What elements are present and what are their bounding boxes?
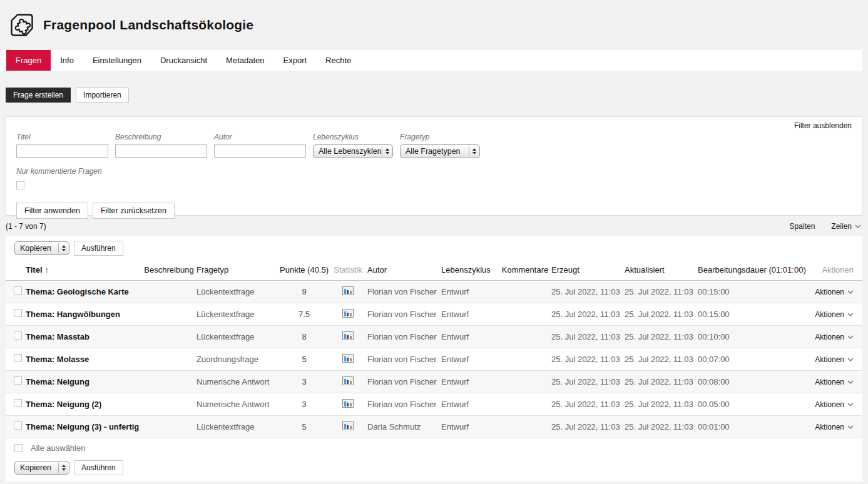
column-header-updated[interactable]: Aktualisiert	[625, 260, 698, 280]
tab-fragen[interactable]: Fragen	[6, 50, 51, 71]
columns-control[interactable]: Spalten	[790, 222, 815, 231]
tab-rechte[interactable]: Rechte	[316, 50, 360, 71]
question-comments	[499, 393, 551, 415]
row-checkbox[interactable]	[14, 376, 22, 385]
import-button[interactable]: Importieren	[76, 88, 129, 103]
tab-druckansicht[interactable]: Druckansicht	[151, 50, 217, 71]
column-header-description[interactable]: Beschreibung	[141, 260, 197, 280]
filter-field-title: Titel	[16, 133, 108, 158]
question-title-link[interactable]: Thema: Neigung (3) - unfertig	[26, 415, 141, 438]
question-type: Numerische Antwort	[197, 393, 280, 415]
chevron-down-icon	[847, 380, 854, 384]
row-actions-button[interactable]: Aktionen	[815, 333, 854, 341]
column-header-comments[interactable]: Kommentare	[499, 260, 551, 280]
tab-info[interactable]: Info	[51, 50, 83, 71]
question-lifecycle: Entwurf	[441, 393, 499, 415]
question-title-link[interactable]: Thema: Masstab	[26, 325, 141, 348]
question-description	[141, 280, 197, 303]
question-comments	[499, 280, 551, 303]
column-header-type[interactable]: Fragetyp	[197, 260, 280, 280]
execute-button-top[interactable]: Ausführen	[74, 241, 123, 256]
questiontype-select[interactable]: Alle Fragetypen	[400, 144, 480, 158]
bulk-action-value-bottom: Kopieren	[20, 463, 51, 472]
title-filter-input[interactable]	[16, 144, 108, 158]
row-actions-button[interactable]: Aktionen	[815, 310, 854, 319]
row-checkbox[interactable]	[14, 331, 22, 340]
column-header-created[interactable]: Erzeugt	[551, 260, 625, 280]
question-author: Florian von Fischer	[367, 325, 441, 348]
table-row: Thema: Neigung (2) Numerische Antwort 3 …	[6, 393, 862, 415]
row-checkbox[interactable]	[14, 354, 22, 362]
reset-filter-button[interactable]: Filter zurücksetzen	[93, 203, 175, 219]
filter-field-author: Autor	[214, 133, 306, 158]
chevron-down-icon	[855, 224, 861, 228]
hide-filter-link[interactable]: Filter ausblenden	[794, 121, 852, 130]
row-actions-button[interactable]: Aktionen	[815, 355, 854, 364]
sort-ascending-icon: ↑	[45, 265, 49, 275]
question-title-link[interactable]: Thema: Hangwölbungen	[26, 303, 141, 325]
rows-control-label: Zeilen	[831, 222, 852, 231]
question-pool-icon	[9, 12, 35, 38]
description-filter-input[interactable]	[115, 144, 207, 158]
statistics-icon[interactable]	[342, 286, 354, 297]
question-type: Lückentextfrage	[197, 325, 280, 348]
row-checkbox[interactable]	[14, 399, 22, 407]
question-author: Florian von Fischer	[367, 393, 441, 415]
bulk-action-select-top[interactable]: Kopieren	[14, 241, 69, 255]
question-title-link[interactable]: Thema: Molasse	[26, 348, 141, 370]
question-title-link[interactable]: Thema: Geologische Karte	[26, 280, 141, 303]
column-header-duration[interactable]: Bearbeitungsdauer (01:01:00)	[698, 260, 805, 280]
statistics-icon[interactable]	[342, 421, 354, 432]
row-checkbox[interactable]	[14, 309, 22, 317]
select-all-row: Alle auswählen	[6, 438, 862, 458]
question-description	[141, 370, 197, 393]
question-author: Daria Schmutz	[367, 415, 441, 438]
question-comments	[499, 370, 551, 393]
statistics-icon[interactable]	[342, 354, 354, 365]
row-checkbox[interactable]	[14, 421, 22, 430]
row-actions-button[interactable]: Aktionen	[815, 288, 854, 296]
author-filter-input[interactable]	[214, 144, 306, 158]
questiontype-select-value: Alle Fragetypen	[406, 147, 461, 156]
table-view-controls: Spalten Zeilen	[790, 222, 861, 231]
rows-control[interactable]: Zeilen	[831, 222, 861, 231]
statistics-icon[interactable]	[342, 399, 354, 410]
question-author: Florian von Fischer	[367, 370, 441, 393]
execute-button-bottom[interactable]: Ausführen	[74, 460, 123, 475]
row-actions-button[interactable]: Aktionen	[815, 423, 854, 431]
question-created: 25. Jul 2022, 11:03	[551, 370, 625, 393]
question-author: Florian von Fischer	[367, 348, 441, 370]
question-title-link[interactable]: Thema: Neigung	[26, 370, 141, 393]
select-arrows-icon	[58, 463, 66, 473]
tab-einstellungen[interactable]: Einstellungen	[83, 50, 151, 71]
lifecycle-select[interactable]: Alle Lebenszyklen	[313, 144, 393, 158]
row-checkbox[interactable]	[14, 286, 22, 295]
select-all-checkbox[interactable]	[14, 444, 23, 452]
tab-bar: Fragen Info Einstellungen Druckansicht M…	[0, 50, 862, 71]
commented-checkbox[interactable]	[16, 181, 24, 189]
column-header-title[interactable]: Titel↑	[26, 260, 141, 280]
question-points: 8	[280, 325, 329, 348]
question-duration: 00:05:00	[698, 393, 805, 415]
question-created: 25. Jul 2022, 11:03	[551, 325, 625, 348]
question-created: 25. Jul 2022, 11:03	[551, 280, 625, 303]
bulk-action-select-bottom[interactable]: Kopieren	[14, 461, 69, 475]
apply-filter-button[interactable]: Filter anwenden	[16, 203, 88, 219]
column-header-lifecycle[interactable]: Lebenszyklus	[441, 260, 499, 280]
author-filter-label: Autor	[214, 133, 306, 141]
question-lifecycle: Entwurf	[441, 280, 499, 303]
statistics-icon[interactable]	[342, 376, 354, 387]
statistics-icon[interactable]	[342, 331, 354, 342]
question-title-link[interactable]: Thema: Neigung (2)	[26, 393, 141, 415]
column-header-author[interactable]: Autor	[367, 260, 441, 280]
tab-export[interactable]: Export	[274, 50, 317, 71]
statistics-icon[interactable]	[342, 309, 354, 320]
tab-metadaten[interactable]: Metadaten	[217, 50, 273, 71]
row-actions-button[interactable]: Aktionen	[815, 378, 854, 386]
create-question-button[interactable]: Frage erstellen	[6, 88, 71, 103]
column-header-points[interactable]: Punkte (40.5)	[280, 260, 329, 280]
question-description	[141, 303, 197, 325]
chevron-down-icon	[847, 425, 854, 429]
question-type: Numerische Antwort	[197, 370, 280, 393]
row-actions-button[interactable]: Aktionen	[815, 400, 854, 409]
